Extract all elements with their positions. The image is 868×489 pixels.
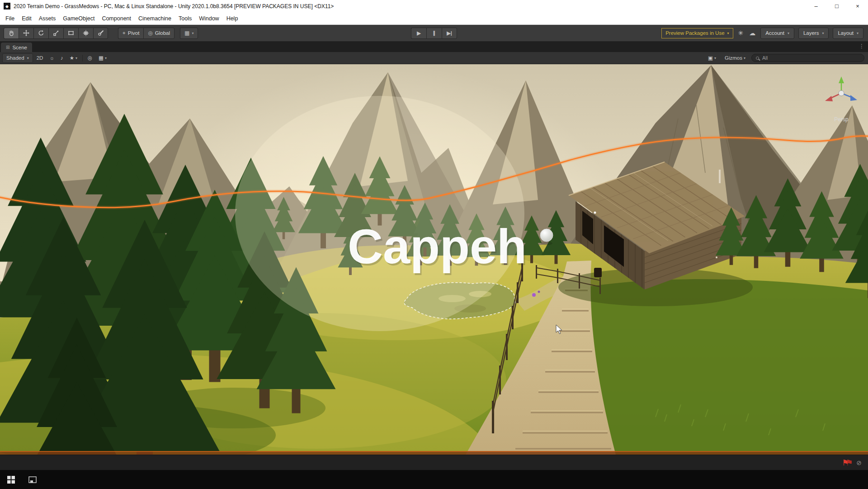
blocked-icon[interactable]: ⊘ (856, 459, 862, 466)
menu-component[interactable]: Component (98, 12, 135, 24)
watermark: Cappeh Cappeh (348, 219, 528, 275)
toolbar-divider (82, 55, 83, 62)
waypoint-sphere-gizmo[interactable] (540, 229, 553, 245)
main-toolbar: ⌖ Pivot ◎ Global ▦ ▾ ▶ ∥ ▶| Preview Pack… (0, 25, 868, 42)
camera-settings-dropdown[interactable]: ▣ ▾ (705, 53, 719, 63)
global-toggle[interactable]: ◎ Global (143, 28, 175, 39)
rect-icon (67, 29, 75, 37)
tab-scene[interactable]: ⊞ Scene (1, 43, 32, 52)
scene-render[interactable]: Cappeh Cappeh Persp (0, 64, 868, 455)
draw-mode-dropdown[interactable]: Shaded ▾ (2, 53, 33, 63)
scene-viewport[interactable]: Cappeh Cappeh Persp (0, 64, 868, 455)
window-titlebar: ◆ 2020 Terrain Demo - GrassMedows - PC, … (0, 0, 868, 12)
account-dropdown[interactable]: Account ▾ (760, 28, 794, 39)
chevron-down-icon: ▾ (822, 31, 824, 35)
maximize-button[interactable]: □ (826, 0, 847, 12)
preview-packages-dropdown[interactable]: Preview Packages in Use ▾ (661, 28, 733, 38)
move-tool-button[interactable] (19, 28, 33, 39)
scene-visibility-toggle[interactable]: ◎ (85, 53, 95, 63)
sun-haze (235, 96, 524, 331)
gizmos-dropdown[interactable]: Gizmos ▾ (722, 53, 748, 63)
pivot-toggle[interactable]: ⌖ Pivot (118, 28, 143, 39)
pause-button[interactable]: ∥ (426, 28, 442, 39)
layout-dropdown[interactable]: Layout ▾ (833, 28, 863, 39)
menu-help[interactable]: Help (223, 12, 242, 24)
grid-snap-icon: ▦ (184, 30, 189, 36)
effects-icon: ★ (70, 55, 74, 61)
hand-icon (8, 29, 15, 37)
terrain-selection-edge (0, 451, 868, 455)
chevron-down-icon: ▾ (105, 56, 107, 60)
menu-assets[interactable]: Assets (35, 12, 60, 24)
rect-tool-button[interactable] (63, 28, 78, 39)
windows-taskbar (0, 470, 868, 489)
rotate-tool-button[interactable] (33, 28, 48, 39)
chevron-down-icon: ▾ (27, 56, 29, 60)
scale-icon (52, 29, 60, 37)
window-title: 2020 Terrain Demo - GrassMedows - PC, Ma… (14, 3, 334, 9)
scale-tool-button[interactable] (48, 28, 63, 39)
camera-icon: ▣ (708, 55, 713, 61)
menu-cinemachine[interactable]: Cinemachine (135, 12, 175, 24)
effects-dropdown[interactable]: ★ ▾ (67, 53, 80, 63)
menu-edit[interactable]: Edit (18, 12, 35, 24)
chevron-down-icon: ▾ (714, 56, 716, 60)
windows-logo-icon (7, 476, 15, 484)
hand-tool-button[interactable] (4, 28, 19, 39)
chevron-down-icon: ▾ (192, 31, 193, 35)
menu-file[interactable]: File (2, 12, 18, 24)
play-button[interactable]: ▶ (411, 28, 426, 39)
scene-search-input[interactable]: All (751, 54, 864, 62)
menu-window[interactable]: Window (195, 12, 222, 24)
layers-dropdown[interactable]: Layers ▾ (798, 28, 829, 39)
menu-gameobject[interactable]: GameObject (59, 12, 98, 24)
search-icon (756, 57, 759, 60)
transform-icon (82, 29, 90, 37)
status-bar: ⚑ ⚑ ⊘ (0, 455, 868, 470)
flag-icon[interactable]: ⚑ (845, 458, 853, 468)
grid-icon: ▦ (99, 55, 104, 61)
transform-tool-button[interactable] (78, 28, 93, 39)
cloud-icon[interactable]: ☁ (748, 29, 756, 37)
collab-icon[interactable]: ✳ (737, 29, 745, 37)
chevron-down-icon: ▾ (727, 31, 729, 35)
scene-tab-icon: ⊞ (6, 45, 9, 50)
close-button[interactable]: × (847, 0, 868, 12)
minimize-button[interactable]: – (806, 0, 826, 12)
menubar: File Edit Assets GameObject Component Ci… (0, 12, 868, 25)
pivot-icon: ⌖ (123, 30, 126, 36)
panel-tabstrip: ⊞ Scene ⋮ (0, 42, 868, 52)
chevron-down-icon: ▾ (788, 31, 789, 35)
2d-mode-toggle[interactable]: 2D (34, 53, 46, 63)
chevron-down-icon: ▾ (75, 56, 77, 60)
move-icon (23, 29, 30, 37)
panel-menu-icon[interactable]: ⋮ (859, 43, 864, 49)
audio-toggle[interactable]: ♪ (58, 53, 66, 63)
rotate-icon (38, 29, 45, 37)
chevron-down-icon: ▾ (857, 31, 859, 35)
lighting-toggle[interactable]: ☼ (47, 53, 57, 63)
taskbar-app-button[interactable] (22, 470, 43, 489)
chevron-down-icon: ▾ (744, 56, 745, 60)
unity-logo-icon: ◆ (4, 3, 10, 9)
app-window-icon (28, 476, 37, 483)
scene-view-toolbar: Shaded ▾ 2D ☼ ♪ ★ ▾ ◎ ▦ ▾ ▣ ▾ Gizmos ▾ A… (0, 52, 868, 64)
custom-tool-button[interactable] (93, 28, 108, 39)
axis-gizmo-label: Persp (834, 116, 849, 123)
svg-text:Cappeh: Cappeh (348, 219, 527, 274)
grid-snap-button[interactable]: ▦ ▾ (180, 28, 198, 39)
global-icon: ◎ (148, 30, 152, 36)
wrench-icon (97, 29, 104, 37)
step-button[interactable]: ▶| (442, 28, 457, 39)
menu-tools[interactable]: Tools (175, 12, 195, 24)
grid-toggle[interactable]: ▦ ▾ (96, 53, 109, 63)
start-button[interactable] (0, 470, 22, 489)
